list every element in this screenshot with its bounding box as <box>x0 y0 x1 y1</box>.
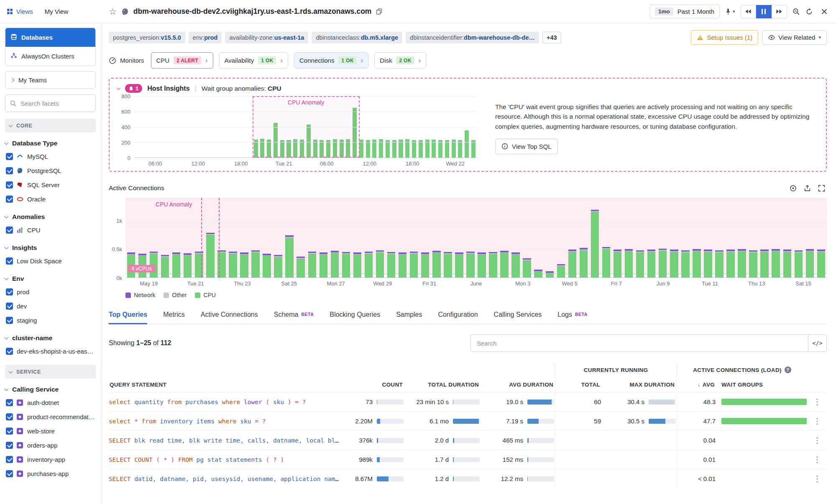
column-header-query-statement[interactable]: QUERY STATEMENT <box>109 377 352 392</box>
checkbox-checked[interactable] <box>6 257 13 265</box>
tab-schema[interactable]: SchemaBETA <box>274 311 314 324</box>
column-header-count[interactable]: COUNT <box>352 377 404 392</box>
setup-issues-button[interactable]: Setup Issues (1) <box>691 30 758 45</box>
row-menu-button[interactable]: ⋮ <box>808 450 827 469</box>
pause-button[interactable] <box>756 5 772 18</box>
tab-my-view[interactable]: My View <box>45 8 68 15</box>
tab-active-connections[interactable]: Active Connections <box>201 311 258 324</box>
tab-top-queries[interactable]: Top Queries <box>109 311 147 324</box>
chart-plot-area[interactable]: CPU Anomaly <box>134 96 477 158</box>
facet-item-dev-eks-shopist-a-us-eas[interactable]: dev-eks-shopist-a-us-eas… <box>5 344 96 358</box>
facet-group-header[interactable]: Calling Service <box>5 386 96 393</box>
host-tag[interactable]: availability-zone:us-east-1a <box>225 32 308 43</box>
column-header-wait-groups[interactable]: WAIT GROUPS <box>716 377 808 392</box>
favorite-star-icon[interactable]: ☆ <box>109 7 117 16</box>
chart-plot-area[interactable]: CPU Anomaly 4 vCPUs <box>125 198 827 278</box>
facet-item-prod[interactable]: prod <box>5 285 96 299</box>
row-menu-button[interactable]: ⋮ <box>808 412 827 430</box>
copy-icon[interactable] <box>376 8 382 15</box>
facet-item-purchases-app[interactable]: purchases-app <box>5 466 96 481</box>
query-statement-cell[interactable]: select * from inventory_items where sku … <box>109 412 352 430</box>
facet-item-cpu[interactable]: CPU <box>5 223 96 237</box>
checkbox-checked[interactable] <box>6 227 13 234</box>
code-toggle-button[interactable]: </> <box>808 335 826 351</box>
facet-search-input[interactable] <box>20 99 91 107</box>
tab-metrics[interactable]: Metrics <box>163 311 185 324</box>
column-header-max-duration[interactable]: MAX DURATION <box>602 377 676 392</box>
host-tag[interactable]: env:prod <box>189 32 222 43</box>
export-icon[interactable] <box>804 185 811 192</box>
facet-item-sql-server[interactable]: SQL Server <box>5 178 96 192</box>
time-range-picker[interactable]: 1mo Past 1 Month <box>649 5 720 18</box>
checkbox-checked[interactable] <box>6 181 13 188</box>
facet-item-dev[interactable]: dev <box>5 299 96 313</box>
view-top-sql-button[interactable]: View Top SQL <box>495 139 558 154</box>
monitor-pill-disk[interactable]: Disk2 OK› <box>374 52 426 69</box>
pin-control[interactable]: ▾ <box>725 8 735 15</box>
monitor-pill-cpu[interactable]: CPU2 ALERT› <box>151 52 213 69</box>
tab-calling-services[interactable]: Calling Services <box>494 311 542 324</box>
facet-group-header[interactable]: cluster-name <box>5 334 96 342</box>
column-header-avg-duration[interactable]: AVG DURATION <box>481 377 555 392</box>
query-statement-cell[interactable]: SELECT blk_read_time, blk_write_time, ca… <box>109 431 352 450</box>
tab-blocking-queries[interactable]: Blocking Queries <box>330 311 380 324</box>
host-tag[interactable]: postgres_version:v15.5.0 <box>109 32 185 43</box>
checkbox-checked[interactable] <box>6 428 13 435</box>
facet-group-header[interactable]: Insights <box>5 244 96 252</box>
host-tag[interactable]: dbinstanceclass:db.m5.xlarge <box>312 32 402 43</box>
views-menu[interactable]: Views <box>7 8 33 15</box>
refresh-cycle-icon[interactable] <box>805 8 813 15</box>
facet-item-product-recommendati[interactable]: product-recommendati… <box>5 410 96 424</box>
facet-group-header[interactable]: Database Type <box>5 140 96 147</box>
facet-item-auth-dotnet[interactable]: auth-dotnet <box>5 395 96 410</box>
query-search-input[interactable] <box>471 340 808 347</box>
legend-item-other[interactable]: Other <box>164 292 187 298</box>
checkbox-checked[interactable] <box>6 442 13 449</box>
facet-item-inventory-app[interactable]: inventory-app <box>5 452 96 466</box>
facet-item-staging[interactable]: staging <box>5 313 96 327</box>
monitor-pill-availability[interactable]: Availability1 OK› <box>219 52 288 69</box>
facet-item-low-disk-space[interactable]: Low Disk Space <box>5 254 96 268</box>
checkbox-checked[interactable] <box>6 413 13 420</box>
snapshot-icon[interactable] <box>790 185 797 192</box>
row-menu-button[interactable]: ⋮ <box>808 431 827 450</box>
column-header-total-duration[interactable]: TOTAL DURATION <box>404 377 481 392</box>
facet-group-header[interactable]: Env <box>5 275 96 283</box>
row-menu-button[interactable]: ⋮ <box>808 392 827 411</box>
facet-item-orders-app[interactable]: orders-app <box>5 438 96 452</box>
collapse-chevron-icon[interactable] <box>117 86 121 90</box>
host-tag[interactable]: dbinstanceidentifier:dbm-warehouse-db-de… <box>406 32 539 43</box>
sidebar-item-alwayson-clusters[interactable]: AlwaysOn Clusters <box>5 47 95 66</box>
tab-logs[interactable]: LogsBETA <box>557 311 588 324</box>
checkbox-checked[interactable] <box>6 456 13 463</box>
close-icon[interactable]: × <box>821 6 828 18</box>
view-related-button[interactable]: View Related ▾ <box>762 30 827 45</box>
checkbox-checked[interactable] <box>6 196 13 203</box>
facet-item-oracle[interactable]: Oracle <box>5 192 96 206</box>
row-menu-button[interactable]: ⋮ <box>808 469 827 488</box>
legend-item-cpu[interactable]: CPU <box>195 292 216 298</box>
help-icon[interactable]: ? <box>785 367 791 373</box>
sidebar-item-databases[interactable]: Databases <box>5 28 95 47</box>
query-statement-cell[interactable]: select quantity from purchases where low… <box>109 392 352 411</box>
facet-section-service[interactable]: SERVICE <box>5 365 96 379</box>
zoom-out-icon[interactable] <box>793 8 800 15</box>
facet-group-header[interactable]: Anomalies <box>5 213 96 221</box>
query-statement-cell[interactable]: SELECT COUNT ( * ) FROM pg_stat_statemen… <box>109 450 352 469</box>
checkbox-checked[interactable] <box>6 303 13 310</box>
facet-item-mysql[interactable]: MySQL <box>5 149 96 163</box>
sidebar-item-my-teams[interactable]: My Teams <box>5 71 96 89</box>
legend-item-network[interactable]: Network <box>125 292 155 298</box>
more-tags-button[interactable]: +43 <box>542 32 561 43</box>
checkbox-checked[interactable] <box>6 348 13 355</box>
column-header-load-avg[interactable]: ↓AVG <box>676 377 716 392</box>
facet-section-core[interactable]: CORE <box>5 119 96 132</box>
checkbox-checked[interactable] <box>6 317 13 324</box>
forward-button[interactable] <box>772 5 787 18</box>
tab-samples[interactable]: Samples <box>396 311 422 324</box>
column-header-running-total[interactable]: TOTAL <box>555 377 602 392</box>
monitor-pill-connections[interactable]: Connections1 OK› <box>294 52 368 69</box>
facet-item-postgresql[interactable]: PostgreSQL <box>5 163 96 178</box>
column-header-actions[interactable] <box>808 377 827 392</box>
checkbox-checked[interactable] <box>6 153 13 160</box>
